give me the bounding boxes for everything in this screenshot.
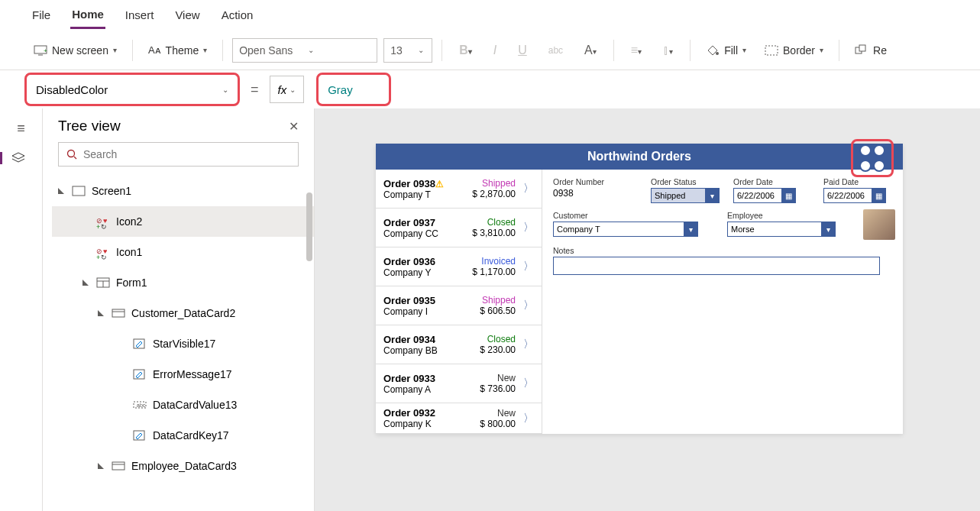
chevron-right-icon: 〉 (523, 377, 534, 390)
calendar-icon: ▦ (872, 189, 885, 202)
italic-button[interactable]: I (486, 40, 504, 60)
paid-date-picker[interactable]: 6/22/2006 ▦ (823, 188, 886, 203)
order-id: Order 0934 (383, 334, 480, 345)
order-company: Company BB (383, 345, 480, 356)
tri-icon: ⊘♥+↻ (96, 213, 110, 230)
svg-rect-13 (112, 309, 125, 317)
fill-button[interactable]: Fill ▾ (700, 41, 752, 60)
svg-rect-4 (765, 46, 778, 55)
order-amount: $ 736.00 (480, 383, 516, 394)
employee-dropdown[interactable]: Morse ▾ (727, 222, 836, 237)
order-row[interactable]: Order 0934Company BBClosed$ 230.00〉 (376, 325, 542, 364)
tree-item-label: Screen1 (92, 185, 131, 197)
order-row[interactable]: Order 0933Company ANew$ 736.00〉 (376, 364, 542, 403)
tree-item-screen1[interactable]: Screen1 (52, 176, 314, 206)
font-selector[interactable]: Open Sans ⌄ (232, 38, 377, 63)
form-icon (96, 277, 110, 288)
menu-file[interactable]: File (31, 2, 52, 27)
order-row[interactable]: Order 0938⚠Company TShipped$ 2,870.00〉 (376, 170, 542, 209)
svg-line-8 (74, 157, 76, 159)
order-amount: $ 800.00 (480, 419, 516, 429)
fx-icon: fx (278, 83, 287, 96)
align-button[interactable]: ≡▾ (623, 40, 649, 60)
menu-home[interactable]: Home (70, 2, 105, 29)
border-button[interactable]: Border ▾ (758, 41, 830, 60)
tree-search[interactable] (58, 142, 299, 167)
strike-button[interactable]: abc (541, 42, 571, 59)
tree-item-datacardkey17[interactable]: DataCardKey17 (52, 420, 314, 451)
reorder-button[interactable]: Re (849, 41, 893, 60)
tree-item-form1[interactable]: Form1 (52, 267, 314, 298)
svg-text:+: + (44, 47, 47, 54)
chevron-down-icon: ▾ (684, 222, 697, 236)
tree-item-label: ErrorMessage17 (153, 368, 232, 380)
border-icon (765, 45, 778, 56)
order-id: Order 0938⚠ (383, 178, 472, 189)
app-title: Northwind Orders (376, 144, 903, 170)
tree-item-starvisible17[interactable]: StarVisible17 (52, 328, 314, 359)
chevron-right-icon: 〉 (523, 182, 534, 196)
font-color-button[interactable]: A▾ (577, 40, 604, 60)
input-icon: abc (133, 401, 147, 409)
order-row[interactable]: Order 0937Company CCClosed$ 3,810.00〉 (376, 209, 542, 247)
svg-rect-16 (134, 370, 144, 379)
menu-view[interactable]: View (173, 2, 201, 27)
formula-input[interactable]: Gray (316, 73, 391, 106)
notes-input[interactable] (553, 257, 880, 275)
valign-button[interactable]: ⫿▾ (655, 40, 681, 60)
label-notes: Notes (553, 246, 892, 255)
sync-icon-selection[interactable] (851, 139, 894, 177)
order-company: Company I (383, 306, 480, 317)
expand-icon (98, 310, 105, 316)
tree-item-icon2[interactable]: ⊘♥+↻Icon2 (52, 206, 314, 237)
close-icon[interactable]: ✕ (289, 119, 299, 134)
chevron-down-icon: ⌄ (308, 46, 314, 54)
tree-item-label: StarVisible17 (153, 338, 215, 350)
order-row[interactable]: Order 0936Company YInvoiced$ 1,170.00〉 (376, 247, 542, 286)
expand-icon (98, 463, 105, 469)
expand-icon (82, 280, 90, 286)
property-selector[interactable]: DisabledColor ⌄ (24, 73, 240, 106)
svg-point-7 (68, 150, 75, 157)
customer-dropdown[interactable]: Company T ▾ (553, 222, 698, 237)
chevron-right-icon: 〉 (523, 338, 534, 351)
tree-item-label: Icon1 (116, 246, 142, 258)
tree-item-employee_datacard3[interactable]: Employee_DataCard3 (52, 451, 314, 481)
tree-item-customer_datacard2[interactable]: Customer_DataCard2 (52, 298, 314, 328)
order-status-dropdown[interactable]: Shipped ▾ (651, 188, 720, 203)
paint-bucket-icon (706, 44, 720, 57)
new-screen-button[interactable]: + New screen ▾ (27, 41, 123, 60)
edit-icon (133, 338, 147, 349)
toolbar: + New screen ▾ Aᴀ Theme ▾ Open Sans ⌄ 13… (0, 31, 980, 70)
tree-item-label: DataCardValue13 (153, 399, 237, 411)
layers-icon[interactable] (0, 152, 31, 164)
fx-button[interactable]: fx ⌄ (270, 76, 305, 103)
order-list: Order 0938⚠Company TShipped$ 2,870.00〉Or… (376, 170, 542, 434)
formula-bar: DisabledColor ⌄ = fx ⌄ Gray (0, 70, 980, 108)
order-status: Invoiced (472, 256, 516, 267)
underline-button[interactable]: U (510, 40, 535, 60)
menu-action[interactable]: Action (220, 2, 255, 27)
scrollbar-thumb[interactable] (306, 192, 312, 261)
font-size-selector[interactable]: 13 ⌄ (383, 38, 432, 63)
tree-item-errormessage17[interactable]: ErrorMessage17 (52, 359, 314, 390)
order-date-picker[interactable]: 6/22/2006 ▦ (733, 188, 796, 203)
chevron-down-icon: ⌄ (222, 86, 228, 94)
svg-rect-15 (134, 339, 144, 348)
menu-insert[interactable]: Insert (124, 2, 156, 27)
equals-sign: = (251, 82, 259, 98)
tree-item-datacardvalue13[interactable]: abcDataCardValue13 (52, 390, 314, 420)
menu-bar: File Home Insert View Action (0, 0, 980, 31)
order-row[interactable]: Order 0935Company IShipped$ 606.50〉 (376, 286, 542, 325)
order-company: Company CC (383, 228, 472, 239)
search-input[interactable] (83, 148, 290, 160)
tree-item-label: Customer_DataCard2 (131, 307, 235, 319)
order-row[interactable]: Order 0932Company KNew$ 800.00〉 (376, 403, 542, 434)
theme-button[interactable]: Aᴀ Theme ▾ (142, 41, 213, 60)
tree-item-label: Employee_DataCard3 (131, 460, 237, 472)
order-status: Shipped (480, 295, 516, 306)
hamburger-icon[interactable]: ≡ (17, 121, 25, 137)
label-order-date: Order Date (733, 177, 810, 186)
tree-item-icon1[interactable]: ⊘♥+↻Icon1 (52, 237, 314, 267)
bold-button[interactable]: B▾ (451, 40, 480, 60)
